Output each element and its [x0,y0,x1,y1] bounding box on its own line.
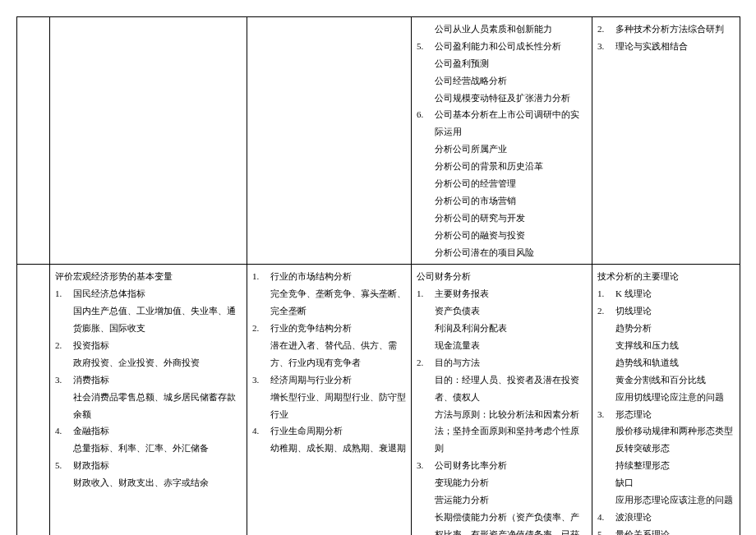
list-text: 财政指标 [73,457,109,474]
list-text: 金融指标 [73,422,109,440]
cell-r2c2: 评价宏观经济形势的基本变量 1.国民经济总体指标国内生产总值、工业增加值、失业率… [50,265,247,535]
list-number: 5. [55,457,73,474]
list-item: 5.公司盈利能力和公司成长性分析 [417,38,587,55]
list-number: 4. [597,509,615,526]
list-text: 量价关系理论 [615,526,670,535]
list-number: 1. [252,268,270,285]
list-item: 营运能力分析 [435,491,587,509]
list-text: 行业的市场结构分析 [270,268,352,285]
list-item: 分析公司的市场营销 [435,192,587,210]
list-item: 政府投资、企业投资、外商投资 [73,354,242,371]
cell-title: 技术分析的主要理论 [597,268,735,285]
list-text: 波浪理论 [615,509,652,526]
list-item: 公司盈利预测 [435,55,587,72]
list-number: 2. [252,320,270,337]
list-item: 3.公司财务比率分析 [417,457,587,474]
list-item: 5.量价关系理论 [597,526,735,535]
list-number: 2. [597,302,615,320]
list-text: 消费指标 [73,371,109,389]
list-number: 4. [252,422,270,440]
list-item: 幼稚期、成长期、成熟期、衰退期 [270,440,406,457]
list-item: 资产负债表 [435,302,587,320]
list-item: 5.财政指标 [55,457,242,474]
list-text: 多种技术分析方法综合研判 [615,21,724,38]
list-item: 2.切线理论 [597,302,735,320]
list-item: 1.国民经济总体指标 [55,285,242,302]
list-r1c4: 公司从业人员素质和创新能力5.公司盈利能力和公司成长性分析公司盈利预测公司经营战… [417,21,587,261]
list-r1c5: 2.多种技术分析方法综合研判3.理论与实践相结合 [597,21,735,55]
list-item: 分析公司的经营管理 [435,175,587,192]
list-item: 趋势分析 [615,320,735,337]
cell-title: 公司财务分析 [417,268,587,285]
list-text: K 线理论 [615,285,652,302]
list-number: 2. [417,354,435,371]
list-item: 3.形态理论 [597,406,735,423]
cell-title: 评价宏观经济形势的基本变量 [55,268,242,285]
list-text: 主要财务报表 [435,285,489,302]
list-r2c2: 1.国民经济总体指标国内生产总值、工业增加值、失业率、通货膨胀、国际收支2.投资… [55,285,242,491]
list-item: 3.理论与实践相结合 [597,38,735,55]
list-item: 潜在进入者、替代品、供方、需方、行业内现有竞争者 [270,337,406,371]
list-item: 2.行业的竞争结构分析 [252,320,406,337]
list-item: 4.波浪理论 [597,509,735,526]
list-number: 2. [55,337,73,354]
cell-r1c3 [247,17,412,265]
list-item: 2.投资指标 [55,337,242,354]
list-item: 反转突破形态 [615,440,735,457]
list-text: 理论与实践相结合 [615,38,688,55]
list-number: 3. [417,457,435,474]
list-item: 完全竞争、垄断竞争、寡头垄断、完全垄断 [270,285,406,320]
cell-r2c3: 1.行业的市场结构分析完全竞争、垄断竞争、寡头垄断、完全垄断2.行业的竞争结构分… [247,265,412,535]
list-item: 应用形态理论应该注意的问题 [615,491,735,509]
list-item: 方法与原则：比较分析法和因素分析法；坚持全面原则和坚持考虑个性原则 [435,406,587,458]
list-number: 6. [417,106,435,141]
list-item: 缺口 [615,474,735,491]
list-text: 国民经济总体指标 [73,285,145,302]
cell-r1c4: 公司从业人员素质和创新能力5.公司盈利能力和公司成长性分析公司盈利预测公司经营战… [412,17,592,265]
list-item: 国内生产总值、工业增加值、失业率、通货膨胀、国际收支 [73,302,242,337]
cell-r1c5: 2.多种技术分析方法综合研判3.理论与实践相结合 [592,17,740,265]
cell-r2c5: 技术分析的主要理论 1.K 线理论2.切线理论趋势分析支撑线和压力线趋势线和轨道… [592,265,740,535]
list-item: 分析公司的背景和历史沿革 [435,158,587,175]
list-item: 4.金融指标 [55,422,242,440]
cell-r1c2 [50,17,247,265]
list-r2c4: 1.主要财务报表资产负债表利润及利润分配表现金流量表2.目的与方法目的：经理人员… [417,285,587,535]
list-item: 财政收入、财政支出、赤字或结余 [73,474,242,491]
list-text: 公司盈利能力和公司成长性分析 [435,38,561,55]
list-item: 分析公司的融资与投资 [435,227,587,244]
list-item: 1.K 线理论 [597,285,735,302]
list-item: 1.行业的市场结构分析 [252,268,406,285]
list-number: 5. [417,38,435,55]
list-text: 公司财务比率分析 [435,457,507,474]
list-r2c3: 1.行业的市场结构分析完全竞争、垄断竞争、寡头垄断、完全垄断2.行业的竞争结构分… [252,268,406,457]
list-text: 投资指标 [73,337,109,354]
list-text: 切线理论 [615,302,652,320]
list-text: 行业生命周期分析 [270,422,343,440]
list-text: 公司从业人员素质和创新能力 [435,21,552,38]
list-item: 变现能力分析 [435,474,587,491]
list-r2c5: 1.K 线理论2.切线理论趋势分析支撑线和压力线趋势线和轨道线黄金分割线和百分比… [597,285,735,535]
list-item: 利润及利润分配表 [435,320,587,337]
list-item: 3.经济周期与行业分析 [252,371,406,389]
list-number [417,21,435,38]
table-row: 公司从业人员素质和创新能力5.公司盈利能力和公司成长性分析公司盈利预测公司经营战… [17,17,740,265]
list-item: 3.消费指标 [55,371,242,389]
list-item: 增长型行业、周期型行业、防守型行业 [270,389,406,423]
list-text: 目的与方法 [435,354,480,371]
list-number: 1. [597,285,615,302]
list-number: 5. [597,526,615,535]
list-number: 4. [55,422,73,440]
list-item: 目的：经理人员、投资者及潜在投资者、债权人 [435,371,587,406]
list-number: 1. [55,285,73,302]
cell-r2c4: 公司财务分析 1.主要财务报表资产负债表利润及利润分配表现金流量表2.目的与方法… [412,265,592,535]
list-number: 3. [597,38,615,55]
list-number: 3. [597,406,615,423]
list-number: 2. [597,21,615,38]
list-text: 行业的竞争结构分析 [270,320,352,337]
list-item: 股价移动规律和两种形态类型 [615,422,735,440]
list-item: 趋势线和轨道线 [615,354,735,371]
list-item: 应用切线理论应注意的问题 [615,389,735,406]
list-item: 6.公司基本分析在上市公司调研中的实际运用 [417,106,587,141]
list-number: 1. [417,285,435,302]
list-item: 公司经营战略分析 [435,72,587,90]
